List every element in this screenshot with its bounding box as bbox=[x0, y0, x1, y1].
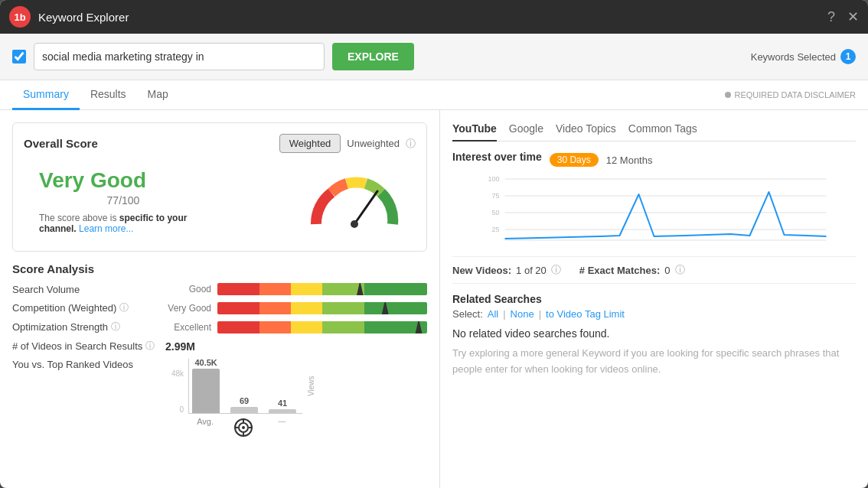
desc-static: The score above is bbox=[39, 213, 116, 223]
score-display: Very Good 77/100 The score above is spec… bbox=[24, 162, 416, 240]
bar-69-col: 69 bbox=[230, 396, 258, 413]
y-axis: 48k 0 bbox=[171, 359, 185, 414]
competition-bar bbox=[217, 302, 427, 314]
score-section-title: Overall Score bbox=[24, 137, 98, 150]
explore-button[interactable]: EXPLORE bbox=[332, 43, 414, 70]
time-filter-12months[interactable]: 12 Months bbox=[606, 155, 653, 166]
optimization-row: Optimization Strength ⓘ Excellent bbox=[12, 320, 427, 333]
x-axis-labels: Avg. bbox=[188, 414, 302, 438]
select-none-link[interactable]: None bbox=[511, 308, 534, 320]
competition-label: Competition (Weighted) ⓘ bbox=[12, 301, 165, 314]
svg-point-1 bbox=[351, 220, 358, 228]
disclaimer-text: REQUIRED DATA DISCLAIMER bbox=[734, 90, 856, 99]
separator-1: | bbox=[503, 308, 505, 320]
target-icon-col bbox=[230, 417, 257, 438]
main-content: Overall Score Weighted Unweighted ⓘ Very… bbox=[0, 110, 868, 488]
optimization-level: Excellent bbox=[165, 322, 211, 333]
target-icon bbox=[233, 417, 254, 438]
source-tabs: YouTube Google Video Topics Common Tags bbox=[452, 122, 856, 142]
competition-row: Competition (Weighted) ⓘ Very Good bbox=[12, 301, 427, 314]
tab-summary[interactable]: Summary bbox=[12, 80, 80, 110]
score-header: Overall Score Weighted Unweighted ⓘ bbox=[24, 134, 416, 153]
y-label-48k: 48k bbox=[171, 369, 184, 378]
window-title: Keyword Explorer bbox=[38, 11, 827, 24]
svg-text:25: 25 bbox=[491, 226, 499, 233]
you-vs-label: You vs. Top Ranked Videos bbox=[12, 359, 165, 370]
tab-map[interactable]: Map bbox=[137, 80, 179, 110]
source-tab-common-tags[interactable]: Common Tags bbox=[628, 122, 697, 135]
new-videos-value: 1 of 20 bbox=[516, 265, 547, 276]
avg-bar-col: 40.5K bbox=[192, 358, 220, 413]
competition-info-icon[interactable]: ⓘ bbox=[119, 301, 129, 314]
separator-2: | bbox=[539, 308, 541, 320]
bar-69-value: 69 bbox=[240, 396, 249, 405]
source-tab-google[interactable]: Google bbox=[509, 122, 543, 135]
interest-chart: 100 75 50 25 bbox=[452, 175, 856, 247]
interest-line-svg: 100 75 50 25 bbox=[452, 175, 856, 244]
source-tab-youtube[interactable]: YouTube bbox=[452, 122, 497, 142]
title-bar-actions: ? ✕ bbox=[827, 10, 859, 24]
you-vs-chart-area: 48k 0 40.5K bbox=[165, 359, 427, 438]
video-count-value: 2.99M bbox=[165, 340, 195, 353]
search-volume-row: Search Volume Good bbox=[12, 283, 427, 295]
min-label-col: — bbox=[268, 417, 295, 438]
source-tab-video-topics[interactable]: Video Topics bbox=[556, 122, 616, 135]
new-videos-info-icon[interactable]: ⓘ bbox=[551, 263, 561, 277]
svg-line-0 bbox=[354, 191, 377, 224]
keywords-selected: Keywords Selected 1 bbox=[751, 49, 856, 64]
exact-matches-info-icon[interactable]: ⓘ bbox=[675, 263, 685, 277]
analysis-title: Score Analysis bbox=[12, 262, 427, 275]
weighted-button[interactable]: Weighted bbox=[279, 134, 341, 153]
app-logo: 1b bbox=[9, 6, 31, 28]
video-count-label: # of Videos in Search Results ⓘ bbox=[12, 340, 165, 353]
keywords-count-badge: 1 bbox=[840, 49, 856, 64]
score-analysis: Score Analysis Search Volume Good bbox=[12, 262, 427, 438]
search-input[interactable] bbox=[34, 43, 325, 70]
gauge-chart bbox=[308, 174, 400, 228]
tab-results[interactable]: Results bbox=[80, 80, 137, 110]
nav-tabs: Summary Results Map REQUIRED DATA DISCLA… bbox=[0, 80, 868, 110]
keywords-selected-label: Keywords Selected bbox=[751, 51, 836, 63]
svg-text:100: 100 bbox=[488, 175, 499, 183]
keyword-checkbox[interactable] bbox=[12, 50, 26, 63]
optimization-info-icon[interactable]: ⓘ bbox=[111, 320, 120, 333]
bar-41-col: 41 bbox=[269, 399, 296, 413]
svg-text:75: 75 bbox=[491, 192, 499, 200]
learn-more-link[interactable]: Learn more... bbox=[79, 223, 133, 234]
views-label: Views bbox=[307, 359, 315, 414]
bar-chart-area: 40.5K 69 bbox=[188, 359, 302, 438]
score-text-area: Very Good 77/100 The score above is spec… bbox=[39, 168, 207, 234]
video-count-value-area: 2.99M bbox=[165, 340, 427, 353]
competition-level: Very Good bbox=[165, 303, 211, 314]
search-volume-bar-area: Good bbox=[165, 283, 427, 295]
bar-41-value: 41 bbox=[278, 399, 287, 408]
right-panel: YouTube Google Video Topics Common Tags … bbox=[440, 110, 868, 488]
score-description: The score above is specific to your chan… bbox=[39, 213, 207, 234]
unweighted-button[interactable]: Unweighted bbox=[347, 138, 400, 149]
interest-title: Interest over time bbox=[452, 151, 542, 163]
bar-41 bbox=[269, 409, 296, 413]
y-label-0: 0 bbox=[171, 405, 184, 414]
bar-69 bbox=[230, 407, 258, 413]
app-window: 1b Keyword Explorer ? ✕ EXPLORE Keywords… bbox=[0, 0, 868, 488]
select-limit-link[interactable]: to Video Tag Limit bbox=[546, 308, 625, 320]
select-all-link[interactable]: All bbox=[488, 308, 498, 320]
avg-bar bbox=[192, 369, 220, 413]
explore-suggestion: Try exploring a more general Keyword if … bbox=[452, 346, 856, 378]
time-filter-30days[interactable]: 30 Days bbox=[550, 153, 599, 167]
close-button[interactable]: ✕ bbox=[847, 10, 859, 24]
video-count-info-icon[interactable]: ⓘ bbox=[145, 340, 155, 353]
weight-info-icon[interactable]: ⓘ bbox=[406, 137, 416, 151]
overall-score-section: Overall Score Weighted Unweighted ⓘ Very… bbox=[12, 122, 427, 252]
video-count-row: # of Videos in Search Results ⓘ 2.99M bbox=[12, 340, 427, 353]
gauge-svg bbox=[308, 174, 400, 228]
exact-matches-label: # Exact Matches: bbox=[579, 265, 661, 276]
optimization-label: Optimization Strength ⓘ bbox=[12, 320, 165, 333]
help-button[interactable]: ? bbox=[827, 10, 835, 24]
weight-toggle: Weighted Unweighted ⓘ bbox=[279, 134, 416, 153]
optimization-bar bbox=[217, 321, 427, 333]
related-title: Related Searches bbox=[452, 293, 856, 305]
svg-point-4 bbox=[242, 426, 245, 429]
you-vs-row: You vs. Top Ranked Videos 48k 0 bbox=[12, 359, 427, 438]
search-volume-label: Search Volume bbox=[12, 284, 165, 295]
